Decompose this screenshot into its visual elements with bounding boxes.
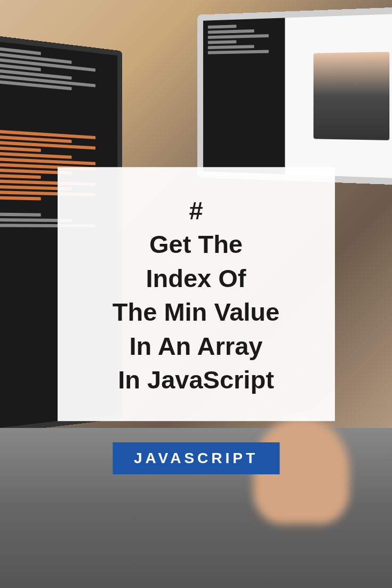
card-title: # Get The Index Of The Min Value In An A… <box>76 194 316 397</box>
title-line-4: In An Array <box>130 332 263 360</box>
title-line-2: Index Of <box>146 264 246 292</box>
laptop-right-screen <box>203 13 392 179</box>
title-line-5: In JavaScript <box>118 365 274 394</box>
laptop-right <box>197 6 392 186</box>
video-thumbnail <box>314 52 389 140</box>
hash-symbol: # <box>189 196 203 225</box>
category-badge: JAVASCRIPT <box>113 442 279 474</box>
title-card: # Get The Index Of The Min Value In An A… <box>58 167 335 421</box>
badge-label: JAVASCRIPT <box>134 450 258 466</box>
title-line-3: The Min Value <box>113 298 279 327</box>
title-line-1: Get The <box>149 231 243 259</box>
